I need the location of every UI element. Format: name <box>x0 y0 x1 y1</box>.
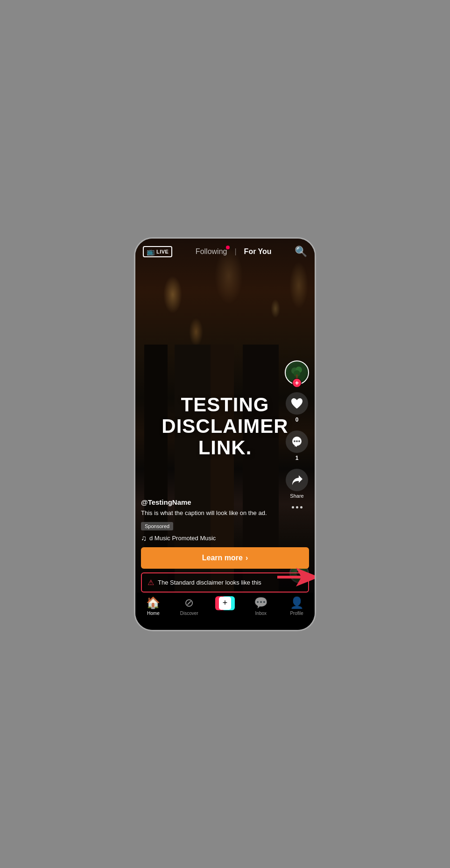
post-caption: This is what the caption will look like … <box>141 509 272 517</box>
music-label-text: d Music Promoted Music <box>149 535 216 542</box>
for-you-tab[interactable]: For You <box>244 247 272 256</box>
nav-profile[interactable]: 👤 Profile <box>283 596 311 616</box>
nav-divider: | <box>234 247 236 256</box>
promoted-music-label: Promoted Music <box>172 535 216 542</box>
share-label: Share <box>290 493 303 499</box>
discover-icon: ⊘ <box>184 596 194 609</box>
disclaimer-text: The Standard disclaimer looks like this <box>158 579 261 586</box>
live-label: LIVE <box>156 249 169 254</box>
svg-marker-10 <box>277 568 316 586</box>
heart-icon <box>286 392 308 415</box>
nav-home[interactable]: 🏠 Home <box>139 596 167 616</box>
home-label: Home <box>147 611 160 616</box>
profile-label: Profile <box>290 611 303 616</box>
warning-icon: ⚠ <box>148 578 154 587</box>
sponsored-badge: Sponsored <box>141 522 173 530</box>
nav-post[interactable]: + <box>211 596 239 610</box>
right-sidebar: + 0 1 <box>285 360 309 508</box>
following-tab[interactable]: Following <box>196 247 227 256</box>
search-icon[interactable]: 🔍 <box>295 246 307 258</box>
discover-label: Discover <box>180 611 198 616</box>
inbox-label: Inbox <box>255 611 267 616</box>
nav-discover[interactable]: ⊘ Discover <box>175 596 203 616</box>
live-badge[interactable]: 📺 LIVE <box>143 246 172 257</box>
comment-button[interactable]: 1 <box>286 430 308 461</box>
creator-avatar[interactable]: + <box>285 360 309 385</box>
share-button[interactable]: Share <box>286 469 308 499</box>
post-button[interactable]: + <box>215 596 235 610</box>
video-title-text: TESTING DISCLAIMER LINK. <box>160 394 290 459</box>
post-btn-white: + <box>219 597 231 610</box>
follow-plus-icon: + <box>292 378 302 388</box>
like-count: 0 <box>295 416 299 423</box>
home-icon: 🏠 <box>146 596 160 609</box>
red-arrow-indicator <box>277 565 316 591</box>
creator-username[interactable]: @TestingName <box>141 498 309 506</box>
like-button[interactable]: 0 <box>286 392 308 423</box>
bottom-navigation: 🏠 Home ⊘ Discover + 💬 Inbox 👤 Profile <box>135 593 315 630</box>
notification-dot <box>226 246 230 249</box>
svg-point-6 <box>294 440 295 442</box>
music-note-icon: ♫ <box>141 534 147 543</box>
profile-icon: 👤 <box>290 596 304 609</box>
nav-inbox[interactable]: 💬 Inbox <box>247 596 275 616</box>
inbox-icon: 💬 <box>254 596 268 609</box>
tv-icon: 📺 <box>147 248 155 255</box>
comment-icon <box>286 430 308 453</box>
svg-point-7 <box>296 440 298 442</box>
svg-point-8 <box>298 440 300 442</box>
nav-tabs: Following | For You <box>196 247 272 256</box>
svg-rect-4 <box>296 374 298 378</box>
share-icon <box>286 469 308 491</box>
top-header: 📺 LIVE Following | For You 🔍 <box>135 239 315 265</box>
music-row[interactable]: ♫ d Music Promoted Music <box>141 534 309 543</box>
video-title-overlay: TESTING DISCLAIMER LINK. <box>160 394 290 459</box>
phone-frame: 📺 LIVE Following | For You 🔍 TESTING DIS… <box>134 237 316 631</box>
comment-count: 1 <box>295 455 299 461</box>
